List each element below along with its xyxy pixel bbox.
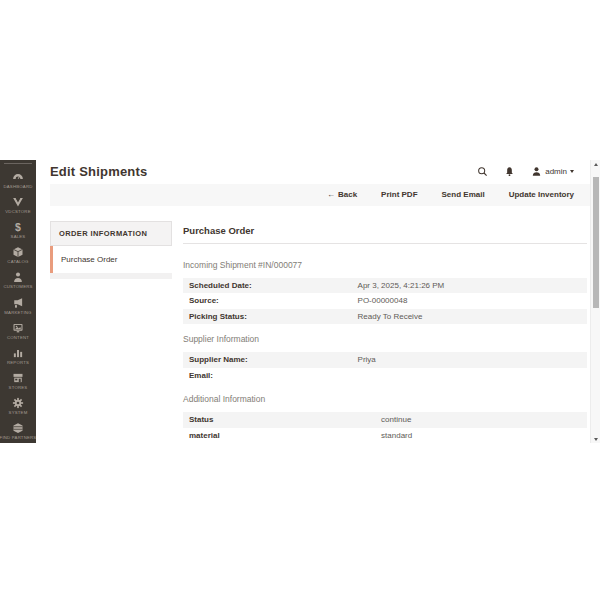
scrollbar-down-arrow[interactable] — [591, 435, 600, 443]
additional-heading: Additional Information — [183, 394, 587, 404]
sidebar-item-label: FIND PARTNERS — [0, 435, 36, 440]
panel-footer-strip — [50, 273, 172, 279]
back-arrow-icon: ← — [327, 190, 335, 199]
sidebar-item-label: DASHBOARD — [3, 184, 32, 189]
shipment-heading: Incoming Shipment #IN/000077 — [183, 260, 587, 270]
supplier-info-table: Supplier Name: Priya Email: — [183, 352, 587, 383]
order-information-panel: ORDER INFORMATION Purchase Order — [50, 221, 172, 444]
sidebar-item-label: STORES — [9, 385, 28, 390]
table-row: Scheduled Date: Apr 3, 2025, 4:21:26 PM — [183, 278, 587, 294]
triangle-down-icon — [594, 438, 598, 441]
package-icon — [12, 422, 24, 434]
vertical-scrollbar[interactable] — [590, 160, 600, 443]
table-row: Status continue — [183, 412, 587, 428]
sidebar-item-sales[interactable]: $ SALES — [0, 217, 36, 242]
sidebar-item-label: REPORTS — [7, 360, 29, 365]
nav-item-purchase-order[interactable]: Purchase Order — [50, 246, 172, 273]
sidebar-item-marketing[interactable]: MARKETING — [0, 293, 36, 318]
notifications-bell-icon[interactable] — [504, 166, 515, 177]
sidebar-item-label: CATALOG — [7, 259, 28, 264]
table-row: Source: PO-00000048 — [183, 293, 587, 309]
admin-username: admin — [545, 167, 567, 176]
sidebar-item-label: CUSTOMERS — [3, 284, 32, 289]
admin-app-window: DASHBOARD VDCSTORE $ SALES CATALOG CUSTO… — [0, 160, 600, 443]
update-inventory-button[interactable]: Update Inventory — [509, 190, 574, 199]
panel-header: ORDER INFORMATION — [50, 221, 172, 246]
additional-info-table: Status continue material standard — [183, 412, 587, 443]
sidebar-item-system[interactable]: SYSTEM — [0, 394, 36, 419]
table-row: Picking Status: Ready To Receive — [183, 309, 587, 325]
send-email-button[interactable]: Send Email — [442, 190, 485, 199]
person-icon — [12, 271, 24, 283]
purchase-order-detail: Purchase Order Incoming Shipment #IN/000… — [183, 221, 590, 444]
gear-icon — [12, 397, 24, 409]
vdcstore-logo-icon — [12, 196, 24, 208]
admin-user-menu[interactable]: admin — [531, 166, 574, 177]
megaphone-icon — [12, 297, 24, 309]
scrollbar-up-arrow[interactable] — [591, 160, 600, 168]
dashboard-gauge-icon — [12, 171, 24, 183]
user-icon — [531, 166, 542, 177]
chevron-down-icon — [570, 170, 574, 173]
sidebar-item-content[interactable]: CONTENT — [0, 318, 36, 343]
dollar-icon: $ — [12, 221, 24, 233]
sidebar-item-customers[interactable]: CUSTOMERS — [0, 268, 36, 293]
page-header: Edit Shipments admin — [36, 160, 590, 184]
header-actions: admin — [477, 166, 580, 177]
shipment-info-table: Scheduled Date: Apr 3, 2025, 4:21:26 PM … — [183, 278, 587, 325]
table-row: Email: — [183, 368, 587, 384]
bar-chart-icon — [12, 347, 24, 359]
detail-title: Purchase Order — [183, 221, 587, 244]
sidebar-item-dashboard[interactable]: DASHBOARD — [0, 167, 36, 192]
page-title: Edit Shipments — [50, 164, 147, 179]
print-pdf-button[interactable]: Print PDF — [381, 190, 417, 199]
triangle-up-icon — [594, 163, 598, 166]
sidebar-item-label: MARKETING — [4, 310, 31, 315]
search-icon[interactable] — [477, 166, 488, 177]
content-area: Edit Shipments admin ←Back Prin — [36, 160, 590, 443]
sidebar-item-label: SYSTEM — [9, 410, 28, 415]
table-row: Supplier Name: Priya — [183, 352, 587, 368]
sidebar-item-label: CONTENT — [7, 335, 29, 340]
storefront-icon — [12, 372, 24, 384]
back-button[interactable]: ←Back — [327, 190, 357, 199]
sidebar-item-vdcstore[interactable]: VDCSTORE — [0, 192, 36, 217]
page-body: ORDER INFORMATION Purchase Order Purchas… — [50, 221, 590, 444]
table-row: material standard — [183, 428, 587, 444]
admin-sidebar: DASHBOARD VDCSTORE $ SALES CATALOG CUSTO… — [0, 160, 36, 443]
sidebar-item-stores[interactable]: STORES — [0, 369, 36, 394]
sidebar-divider — [4, 163, 32, 164]
cube-icon — [12, 246, 24, 258]
sidebar-item-reports[interactable]: REPORTS — [0, 343, 36, 368]
action-toolbar: ←Back Print PDF Send Email Update Invent… — [50, 184, 590, 206]
svg-text:$: $ — [15, 221, 21, 233]
scrollbar-thumb[interactable] — [593, 177, 599, 308]
sidebar-item-catalog[interactable]: CATALOG — [0, 243, 36, 268]
supplier-heading: Supplier Information — [183, 334, 587, 344]
sidebar-item-label: SALES — [11, 234, 26, 239]
sidebar-item-label: VDCSTORE — [5, 209, 30, 214]
monitor-icon — [12, 322, 24, 334]
sidebar-item-find-partners[interactable]: FIND PARTNERS — [0, 419, 36, 443]
